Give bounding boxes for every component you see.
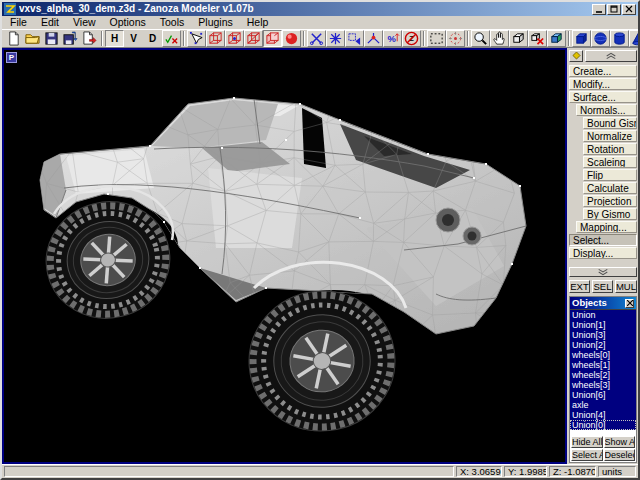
close-icon[interactable] [625, 299, 634, 308]
view-h-button[interactable]: H [105, 30, 124, 47]
sidebar-item-create[interactable]: Create... [569, 65, 637, 77]
sidebar-item-modify[interactable]: Modify... [569, 78, 637, 90]
hide-all-button[interactable]: Hide All [571, 436, 603, 448]
render-sphere-icon [284, 31, 299, 46]
minimize-button[interactable] [592, 4, 606, 15]
primitive-box-button[interactable] [572, 30, 591, 47]
axes-toggle-button[interactable] [162, 30, 181, 47]
menu-options[interactable]: Options [103, 16, 153, 29]
viewport-3d[interactable]: P [2, 48, 567, 464]
import-file-button[interactable] [61, 30, 80, 47]
select-all-button[interactable]: Select All [571, 449, 603, 461]
objects-panel-header[interactable]: Objects [570, 297, 636, 309]
primitive-sphere-icon [593, 31, 608, 46]
primitive-cylinder-button[interactable] [610, 30, 629, 47]
cube-wireframe-icon [511, 31, 526, 46]
sidebar-item-rotation[interactable]: Rotation [583, 143, 637, 155]
weld-button[interactable] [364, 30, 383, 47]
sidebar-item-bound-gismo[interactable]: Bound Gismo [583, 117, 637, 129]
menu-file[interactable]: File [3, 16, 34, 29]
scale-percent-button[interactable]: % [383, 30, 402, 47]
export-file-button[interactable] [80, 30, 99, 47]
sidebar-item-flip[interactable]: Flip [583, 169, 637, 181]
cube-textured-button[interactable] [547, 30, 566, 47]
wire-cube-diag-button[interactable] [244, 30, 263, 47]
view-d-button[interactable]: D [143, 30, 162, 47]
show-all-button[interactable]: Show All [604, 436, 636, 448]
object-list-item[interactable]: wheels[2] [570, 370, 636, 380]
attach-button[interactable] [326, 30, 345, 47]
sidebar-item-by-gismo[interactable]: By Gismo [583, 208, 637, 220]
new-file-button[interactable] [4, 30, 23, 47]
sidebar-item-surface[interactable]: Surface... [569, 91, 637, 103]
sidebar-item-scaleing[interactable]: Scaleing [583, 156, 637, 168]
deselect-button[interactable]: Deselect [604, 449, 636, 461]
object-list-item[interactable]: Union[4] [570, 410, 636, 420]
wire-cube-solid-button[interactable] [263, 30, 282, 47]
ext-mode-button[interactable]: EXT [569, 280, 590, 293]
render-sphere-button[interactable] [282, 30, 301, 47]
scroll-down-button[interactable] [569, 267, 637, 277]
menu-tools[interactable]: Tools [153, 16, 192, 29]
panel-options-button[interactable] [569, 50, 583, 62]
sidebar-item-select[interactable]: Select... [569, 234, 637, 246]
save-button[interactable] [42, 30, 61, 47]
export-file-icon [82, 31, 97, 46]
cube-wireframe-button[interactable] [509, 30, 528, 47]
weld-icon [366, 31, 381, 46]
wire-cube-plain-button[interactable] [206, 30, 225, 47]
toolbar-separator [423, 31, 425, 46]
objects-panel-title: Objects [572, 297, 607, 309]
sidebar-item-display[interactable]: Display... [569, 247, 637, 259]
chevron-up-icon [605, 52, 617, 60]
object-list-item[interactable]: Union[2] [570, 340, 636, 350]
objects-panel-buttons: Hide AllShow AllSelect AllDeselect [570, 435, 636, 462]
menu-edit[interactable]: Edit [34, 16, 66, 29]
statusbar-field-3: units [598, 466, 636, 477]
menu-view[interactable]: View [66, 16, 103, 29]
mirror-button[interactable] [345, 30, 364, 47]
menu-help[interactable]: Help [240, 16, 276, 29]
view-v-label: V [130, 31, 137, 46]
toolbar-separator [467, 31, 469, 46]
close-button[interactable] [622, 4, 636, 15]
target-button[interactable] [446, 30, 465, 47]
sidebar-item-projection[interactable]: Projection [583, 195, 637, 207]
maximize-button[interactable] [607, 4, 621, 15]
primitive-box-icon [574, 31, 589, 46]
object-list-item[interactable]: wheels[3] [570, 380, 636, 390]
menu-plugins[interactable]: Plugins [191, 16, 239, 29]
main-content: P Create...Modify...Surface...Normals...… [2, 48, 638, 464]
object-list-item[interactable]: Union [570, 310, 636, 320]
open-folder-button[interactable] [23, 30, 42, 47]
object-list-item[interactable]: wheels[0] [570, 350, 636, 360]
primitive-sphere-button[interactable] [591, 30, 610, 47]
wire-cube-plain-icon [208, 31, 223, 46]
viewport-perspective-icon[interactable]: P [6, 52, 17, 63]
object-list-item[interactable]: axle [570, 400, 636, 410]
object-list-item[interactable]: Union[6] [570, 390, 636, 400]
z-buffer-off-button[interactable]: Z [402, 30, 421, 47]
vertex-select-button[interactable] [187, 30, 206, 47]
selection-rect-icon [429, 31, 444, 46]
primitive-cone-button[interactable] [629, 30, 640, 47]
sidebar-item-normals[interactable]: Normals... [576, 104, 637, 116]
sel-mode-button[interactable]: SEL [592, 280, 613, 293]
view-v-button[interactable]: V [124, 30, 143, 47]
object-list-item[interactable]: Union[1] [570, 320, 636, 330]
sidebar-item-mapping[interactable]: Mapping... [576, 221, 637, 233]
cube-delete-button[interactable] [528, 30, 547, 47]
sidebar-item-calculate[interactable]: Calculate [583, 182, 637, 194]
object-list-item[interactable]: Union[3] [570, 330, 636, 340]
zoom-button[interactable] [471, 30, 490, 47]
pan-button[interactable] [490, 30, 509, 47]
sidebar-item-normalize[interactable]: Normalize [583, 130, 637, 142]
scroll-up-button[interactable] [585, 50, 637, 62]
selection-rect-button[interactable] [427, 30, 446, 47]
object-list-item[interactable]: wheels[1] [570, 360, 636, 370]
detach-button[interactable] [307, 30, 326, 47]
mul-mode-button[interactable]: MUL [615, 280, 637, 293]
object-list-item[interactable]: Union[0] [570, 420, 636, 430]
wire-cube-dot-button[interactable] [225, 30, 244, 47]
titlebar[interactable]: vxvs_alpha_30_dem.z3d - Zanoza Modeler v… [2, 2, 638, 16]
